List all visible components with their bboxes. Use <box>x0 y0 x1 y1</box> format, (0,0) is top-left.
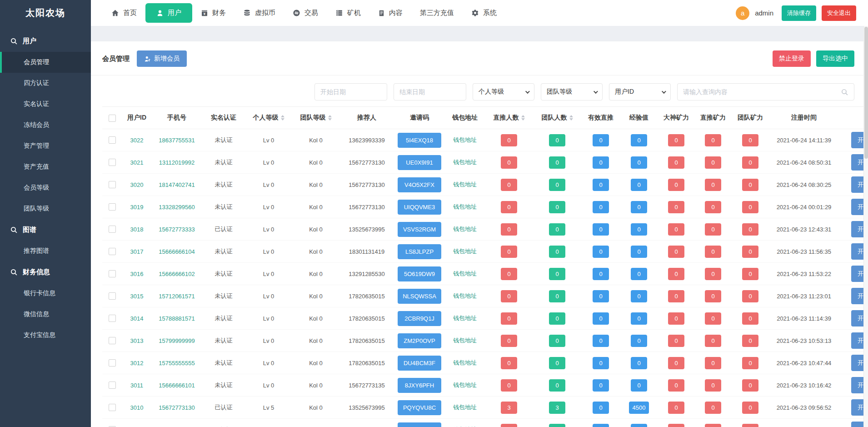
phone-link[interactable]: 15712061571 <box>159 293 195 300</box>
wallet-address-link[interactable]: 钱包地址 <box>453 337 477 344</box>
add-member-button[interactable]: 新增会员 <box>137 50 187 67</box>
sidebar-item[interactable]: 实名认证 <box>0 94 91 115</box>
invite-code-button[interactable]: LS8JLPZP <box>398 244 441 259</box>
user-id-link[interactable]: 3022 <box>130 137 144 144</box>
nav-item[interactable]: 矿机 <box>327 4 369 22</box>
column-header[interactable]: 团队人数 <box>533 107 581 129</box>
wallet-address-link[interactable]: 钱包地址 <box>453 159 477 166</box>
invite-code-button[interactable]: NLSQWSSA <box>398 289 441 304</box>
phone-link[interactable]: 15666666102 <box>159 271 195 277</box>
search-input[interactable] <box>677 83 854 100</box>
user-id-link[interactable]: 3010 <box>130 404 144 411</box>
user-id-link[interactable]: 3016 <box>130 271 144 277</box>
row-checkbox[interactable] <box>109 404 116 411</box>
wallet-address-link[interactable]: 钱包地址 <box>453 270 477 277</box>
row-checkbox[interactable] <box>109 248 116 255</box>
nav-item[interactable]: 虚拟币 <box>234 4 284 22</box>
sort-arrows-icon[interactable] <box>281 115 284 121</box>
select-all-checkbox[interactable] <box>109 115 116 122</box>
sidebar-item[interactable]: 推荐图谱 <box>0 241 91 261</box>
invite-code-button[interactable]: DU4BCM3F <box>398 356 441 371</box>
start-date-input[interactable] <box>314 83 387 100</box>
column-header[interactable]: 团队等级 <box>292 107 339 129</box>
scrollbar-thumb[interactable] <box>864 27 868 159</box>
nav-item[interactable]: 第三方充值 <box>411 4 463 22</box>
user-id-link[interactable]: 3014 <box>130 315 144 322</box>
invite-code-button[interactable]: 5O619DW9 <box>398 266 441 281</box>
row-checkbox[interactable] <box>109 159 116 166</box>
invite-code-button[interactable]: ZM2P0OVP <box>398 333 441 348</box>
team-level-select[interactable]: 团队等级 <box>541 83 603 100</box>
export-selected-button[interactable]: 导出选中 <box>816 50 854 67</box>
phone-link[interactable]: 13112019992 <box>159 159 195 166</box>
user-id-link[interactable]: 3021 <box>130 159 144 166</box>
logout-button[interactable]: 安全退出 <box>822 5 856 21</box>
sort-arrows-icon[interactable] <box>569 115 573 121</box>
sidebar-item[interactable]: 资产管理 <box>0 136 91 156</box>
row-checkbox[interactable] <box>109 382 116 389</box>
nav-item[interactable]: ¥财务 <box>192 4 234 22</box>
phone-link[interactable]: 13328299560 <box>159 204 195 211</box>
phone-link[interactable]: 18147402741 <box>159 181 195 188</box>
sidebar-section-title[interactable]: 财务信息 <box>0 261 91 283</box>
row-checkbox[interactable] <box>109 270 116 277</box>
end-date-input[interactable] <box>394 83 466 100</box>
search-icon[interactable] <box>841 88 848 96</box>
phone-link[interactable]: 15672773130 <box>159 404 195 411</box>
phone-link[interactable]: 15788881571 <box>159 315 195 322</box>
user-id-link[interactable]: 3015 <box>130 293 144 300</box>
avatar[interactable]: a <box>736 6 749 20</box>
sidebar-item[interactable]: 银行卡信息 <box>0 283 91 304</box>
sidebar-item[interactable]: 会员等级 <box>0 177 91 198</box>
invite-code-button[interactable]: V4O5X2FX <box>398 177 441 192</box>
phone-link[interactable]: 15666666101 <box>159 382 195 389</box>
sidebar-item[interactable]: 微信信息 <box>0 304 91 325</box>
row-checkbox[interactable] <box>109 203 116 211</box>
sort-arrows-icon[interactable] <box>521 115 525 121</box>
page-scrollbar[interactable] <box>863 26 868 427</box>
nav-item[interactable]: 交易 <box>284 4 327 22</box>
wallet-address-link[interactable]: 钱包地址 <box>453 404 477 411</box>
user-id-link[interactable]: 3020 <box>130 181 144 188</box>
row-checkbox[interactable] <box>109 359 116 367</box>
sidebar-section-title[interactable]: 用户 <box>0 30 91 52</box>
phone-link[interactable]: 15672773333 <box>159 226 195 233</box>
row-checkbox[interactable] <box>109 226 116 233</box>
sidebar-item[interactable]: 会员管理 <box>0 52 91 73</box>
invite-code-button[interactable]: PQYQVU8C <box>398 400 441 415</box>
invite-code-button[interactable]: UE0X9I91 <box>398 155 441 170</box>
personal-level-select[interactable]: 个人等级 <box>473 83 534 100</box>
user-id-link[interactable]: 3013 <box>130 337 144 344</box>
sidebar-section-title[interactable]: 图谱 <box>0 219 91 241</box>
sidebar-item[interactable]: 支付宝信息 <box>0 325 91 346</box>
row-checkbox[interactable] <box>109 337 116 344</box>
row-checkbox[interactable] <box>109 292 116 300</box>
phone-link[interactable]: 18637755531 <box>159 137 195 144</box>
wallet-address-link[interactable]: 钱包地址 <box>453 181 477 188</box>
wallet-address-link[interactable]: 钱包地址 <box>453 136 477 143</box>
wallet-address-link[interactable]: 钱包地址 <box>453 359 477 366</box>
nav-item[interactable]: 用户 <box>145 3 192 23</box>
column-header[interactable]: 个人等级 <box>245 107 292 129</box>
invite-code-button[interactable]: VSVS2RGM <box>398 222 441 237</box>
wallet-address-link[interactable]: 钱包地址 <box>453 248 477 255</box>
invite-code-button[interactable]: 2CBR9Q1J <box>398 311 441 326</box>
invite-code-button[interactable]: 8JXY6PFH <box>398 378 441 393</box>
user-id-link[interactable]: 3019 <box>130 204 144 211</box>
sidebar-item[interactable]: 团队等级 <box>0 198 91 219</box>
nav-item[interactable]: 内容 <box>369 4 411 22</box>
search-field-select[interactable]: 用户ID <box>609 83 671 100</box>
row-checkbox[interactable] <box>109 315 116 322</box>
invite-code-button[interactable]: UIQQVME3 <box>398 200 441 215</box>
wallet-address-link[interactable]: 钱包地址 <box>453 203 477 210</box>
sort-arrows-icon[interactable] <box>328 115 332 121</box>
wallet-address-link[interactable]: 钱包地址 <box>453 315 477 322</box>
nav-item[interactable]: 首页 <box>103 4 145 22</box>
sidebar-item[interactable]: 四方认证 <box>0 73 91 94</box>
wallet-address-link[interactable]: 钱包地址 <box>453 382 477 388</box>
ban-login-button[interactable]: 禁止登录 <box>773 50 811 67</box>
row-checkbox[interactable] <box>109 136 116 144</box>
sidebar-item[interactable]: 冻结会员 <box>0 115 91 136</box>
phone-link[interactable]: 15799999999 <box>159 337 195 344</box>
user-id-link[interactable]: 3018 <box>130 226 144 233</box>
